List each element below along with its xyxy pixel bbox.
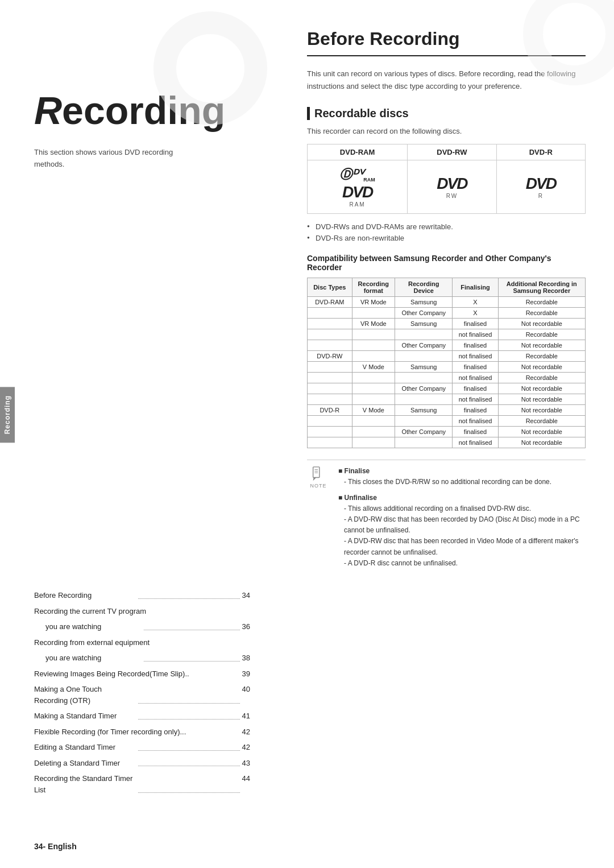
compat-cell-device: Other Company <box>395 340 453 351</box>
compat-cell-disc <box>308 394 352 405</box>
compat-cell-finalising: not finalised <box>453 394 498 405</box>
chapter-description: This section shows various DVD recording… <box>34 147 193 171</box>
toc-item: Making a Standard Timer41 <box>34 710 250 722</box>
table-row: VR ModeSamsungfinalisedNot recordable <box>308 319 586 329</box>
toc-item: Making a One Touch Recording (OTR)40 <box>34 684 250 706</box>
table-row: Other CompanyfinalisedNot recordable <box>308 383 586 394</box>
compat-cell-disc <box>308 427 352 437</box>
compat-table: Disc Types Recordingformat RecordingDevi… <box>307 278 586 448</box>
compat-cell-finalising: finalised <box>453 340 498 351</box>
compat-cell-format <box>352 416 395 427</box>
compat-cell-finalising: not finalised <box>453 416 498 427</box>
toc-page: 44 <box>242 773 250 795</box>
table-row: not finalisedRecordable <box>308 416 586 427</box>
toc-dots <box>138 710 240 720</box>
compat-cell-disc <box>308 383 352 394</box>
table-row: DVD-RWnot finalisedRecordable <box>308 351 586 362</box>
toc-page: 42 <box>242 726 250 738</box>
compat-cell-disc <box>308 319 352 329</box>
toc-item: you are watching38 <box>34 652 250 664</box>
compat-cell-format: VR Mode <box>352 297 395 308</box>
note-unfinalise-text: - This allows additional recording on a … <box>338 503 586 569</box>
compat-cell-disc: DVD-R <box>308 405 352 416</box>
right-panel: Before Recording This unit can record on… <box>279 0 614 868</box>
note-unfinalise: ■ Unfinalise - This allows additional re… <box>338 493 586 569</box>
sidebar-tab: Recording <box>0 387 15 443</box>
note-label: NOTE <box>310 483 326 489</box>
compat-cell-device: Other Company <box>395 308 453 319</box>
compat-cell-device: Samsung <box>395 362 453 373</box>
note-icon: NOTE <box>307 466 330 489</box>
compat-cell-disc <box>308 340 352 351</box>
compat-cell-disc <box>308 308 352 319</box>
compat-cell-finalising: not finalised <box>453 373 498 383</box>
toc-label: Recording the current TV program <box>34 606 250 617</box>
compat-cell-disc <box>308 362 352 373</box>
compat-cell-finalising: finalised <box>453 383 498 394</box>
table-row: not finalisedRecordable <box>308 373 586 383</box>
compat-title: Compatibility between Samsung Recorder a… <box>307 254 586 272</box>
table-row: not finalisedRecordable <box>308 329 586 340</box>
toc-dots <box>144 652 240 662</box>
note-unfinalise-heading: ■ Unfinalise <box>338 494 377 502</box>
page-number-label: 34- English <box>34 842 77 851</box>
toc-page: 34 <box>242 590 250 601</box>
compat-th-additional: Additional Recording inSamsung Recorder <box>498 278 585 297</box>
compat-cell-format: V Mode <box>352 362 395 373</box>
table-row: not finalisedNot recordable <box>308 437 586 448</box>
compat-cell-finalising: finalised <box>453 427 498 437</box>
compat-cell-finalising: X <box>453 297 498 308</box>
toc-item: Recording from external equipment <box>34 637 250 648</box>
toc-item: you are watching36 <box>34 621 250 633</box>
toc-label: Flexible Recording (for Timer recording … <box>34 726 242 738</box>
compat-cell-format: VR Mode <box>352 319 395 329</box>
table-row: DVD-RV ModeSamsungfinalisedNot recordabl… <box>308 405 586 416</box>
compat-cell-format: V Mode <box>352 405 395 416</box>
compat-cell-format <box>352 394 395 405</box>
note-finalise: ■ Finalise - This closes the DVD-R/RW so… <box>338 466 586 487</box>
disc-logo-rw: DVD RW <box>408 160 497 214</box>
table-row: not finalisedNot recordable <box>308 394 586 405</box>
compat-cell-additional: Recordable <box>498 373 585 383</box>
compat-cell-device: Other Company <box>395 383 453 394</box>
compat-cell-additional: Recordable <box>498 351 585 362</box>
toc-page: 41 <box>242 710 250 722</box>
compat-cell-format <box>352 437 395 448</box>
toc-item: Deleting a Standard Timer43 <box>34 758 250 769</box>
toc-page: 36 <box>242 621 250 633</box>
compat-cell-device <box>395 373 453 383</box>
toc-item: Flexible Recording (for Timer recording … <box>34 726 250 738</box>
compat-cell-format <box>352 340 395 351</box>
compat-cell-additional: Not recordable <box>498 437 585 448</box>
disc-header-ram: DVD-RAM <box>308 144 408 160</box>
compat-cell-device: Other Company <box>395 427 453 437</box>
svg-rect-0 <box>313 467 320 478</box>
compat-th-device: RecordingDevice <box>395 278 453 297</box>
compat-cell-finalising: finalised <box>453 319 498 329</box>
compat-cell-device: Samsung <box>395 405 453 416</box>
table-row: DVD-RAMVR ModeSamsungXRecordable <box>308 297 586 308</box>
toc-label: you are watching <box>34 621 142 633</box>
toc-label: Reviewing Images Being Recorded(Time Sli… <box>34 668 242 680</box>
toc-dots <box>144 621 240 630</box>
compat-cell-additional: Not recordable <box>498 362 585 373</box>
compat-cell-disc <box>308 373 352 383</box>
toc-item: Editing a Standard Timer42 <box>34 742 250 753</box>
compat-cell-device <box>395 416 453 427</box>
disc-header-r: DVD-R <box>496 144 585 160</box>
compat-cell-device: Samsung <box>395 297 453 308</box>
bullet-rewritable: DVD-RWs and DVD-RAMs are rewritable. <box>307 222 586 231</box>
compat-cell-finalising: finalised <box>453 405 498 416</box>
watermark-circle <box>154 11 267 125</box>
pencil-icon <box>310 466 327 482</box>
chapter-title-r: R <box>34 89 62 132</box>
table-row: Other CompanyXRecordable <box>308 308 586 319</box>
toc-label: Deleting a Standard Timer <box>34 758 136 769</box>
bullet-non-rewritable: DVD-Rs are non-rewritable <box>307 234 586 242</box>
recordable-discs-title: Recordable discs <box>307 107 586 120</box>
compat-cell-additional: Not recordable <box>498 319 585 329</box>
compat-cell-format <box>352 329 395 340</box>
disc-logo-ram: ⒹᴰⱽRAM DVD RAM <box>308 160 408 214</box>
toc-label: Recording the Standard Timer List <box>34 773 136 795</box>
compat-cell-additional: Not recordable <box>498 405 585 416</box>
